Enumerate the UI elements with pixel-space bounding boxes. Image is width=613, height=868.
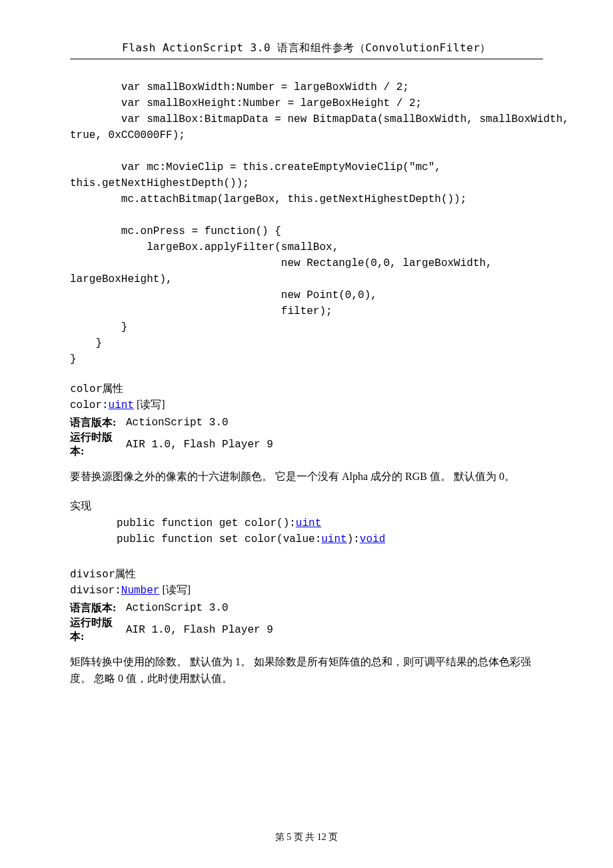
divisor-sig-prefix: divisor: — [70, 585, 121, 597]
divisor-runtime-value: AIR 1.0, Flash Player 9 — [122, 622, 273, 638]
color-set-impl: public function set color(value:uint):vo… — [70, 531, 543, 547]
color-lang-label: 语言版本: — [70, 416, 122, 430]
color-sig-prefix: color: — [70, 399, 109, 411]
color-set-prefix: public function set color(value: — [117, 533, 321, 545]
page-footer: 第 5 页 共 12 页 — [0, 830, 613, 844]
color-set-mid: ): — [347, 533, 360, 545]
void-link[interactable]: void — [360, 533, 385, 545]
code-sample: var smallBoxWidth:Number = largeBoxWidth… — [70, 79, 543, 367]
divisor-description: 矩阵转换中使用的除数。 默认值为 1。 如果除数是所有矩阵值的总和，则可调平结果… — [70, 653, 543, 687]
color-runtime-value: AIR 1.0, Flash Player 9 — [122, 437, 273, 453]
color-get-impl: public function get color():uint — [70, 515, 543, 531]
uint-link[interactable]: uint — [321, 533, 346, 545]
divisor-lang-value: ActionScript 3.0 — [122, 600, 229, 616]
divisor-signature: divisor:Number [读写] — [70, 582, 543, 599]
page-header: Flash ActionScript 3.0 语言和组件参考（Convoluti… — [70, 40, 543, 59]
divisor-meta: 语言版本: ActionScript 3.0 运行时版本: AIR 1.0, F… — [70, 600, 543, 644]
divisor-lang-label: 语言版本: — [70, 601, 122, 615]
divisor-runtime-label: 运行时版本: — [70, 616, 122, 644]
divisor-property-title: divisor属性 — [70, 566, 543, 582]
number-link[interactable]: Number — [121, 585, 160, 597]
color-property-title: color属性 — [70, 381, 543, 397]
divisor-rw: [读写] — [159, 584, 191, 595]
color-meta: 语言版本: ActionScript 3.0 运行时版本: AIR 1.0, F… — [70, 415, 543, 459]
uint-link[interactable]: uint — [296, 517, 321, 529]
color-runtime-label: 运行时版本: — [70, 431, 122, 459]
color-rw: [读写] — [134, 399, 165, 410]
color-description: 要替换源图像之外的像素的十六进制颜色。 它是一个没有 Alpha 成分的 RGB… — [70, 468, 543, 485]
color-signature: color:uint [读写] — [70, 397, 543, 413]
color-lang-value: ActionScript 3.0 — [122, 415, 229, 431]
color-get-prefix: public function get color(): — [117, 517, 296, 529]
color-impl-label: 实现 — [70, 498, 543, 514]
uint-link[interactable]: uint — [109, 399, 134, 411]
